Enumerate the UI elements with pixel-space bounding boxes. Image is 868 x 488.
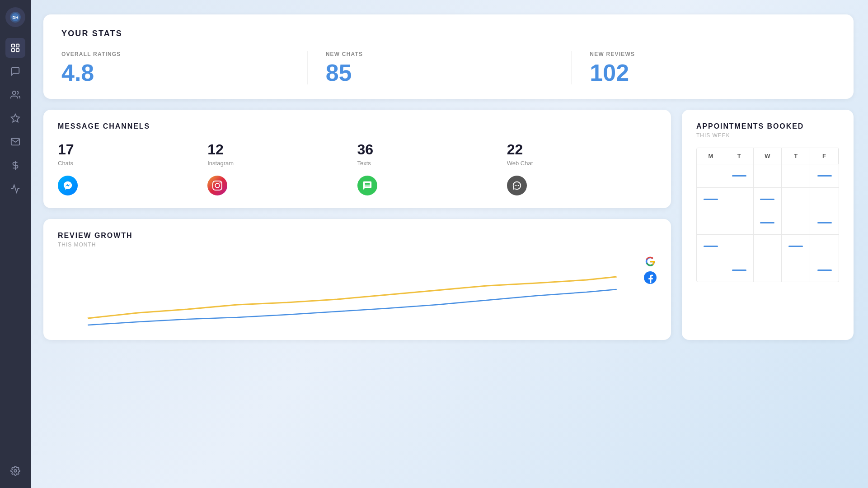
appointment-line <box>704 199 718 200</box>
channel-stat-instagram: 12 Instagram <box>207 141 357 167</box>
cal-header-T-1: T <box>725 148 754 164</box>
sidebar-item-settings[interactable] <box>5 461 25 481</box>
svg-rect-6 <box>16 49 19 51</box>
legend-facebook <box>644 271 657 284</box>
sidebar-logo[interactable]: DH <box>5 7 25 27</box>
appointment-line <box>760 199 774 200</box>
review-growth-subtitle: THIS MONTH <box>58 242 657 248</box>
channel-num-texts: 36 <box>357 141 507 158</box>
cal-cell-1-0 <box>697 188 725 211</box>
channel-num-webchat: 22 <box>507 141 657 158</box>
cal-header-M-0: M <box>697 148 725 164</box>
cal-header-W-2: W <box>754 148 782 164</box>
cal-cell-0-4 <box>810 164 839 188</box>
cal-cell-2-0 <box>697 211 725 235</box>
instagram-icon <box>207 176 227 195</box>
cal-cell-0-2 <box>754 164 782 188</box>
svg-point-10 <box>14 469 17 472</box>
sidebar-item-chat[interactable] <box>5 61 25 81</box>
calendar-grid: MTWTF <box>696 148 839 282</box>
cal-cell-1-3 <box>782 188 810 211</box>
channel-icon-webchat-wrap <box>507 176 657 195</box>
svg-rect-3 <box>12 44 14 47</box>
stat-chats-label: NEW CHATS <box>326 51 572 57</box>
appointments-card: APPOINTMENTS BOOKED THIS WEEK MTWTF <box>682 110 854 340</box>
texts-icon <box>357 176 377 195</box>
messenger-icon <box>58 176 78 195</box>
review-chart <box>58 255 657 327</box>
appointment-line <box>817 175 832 177</box>
stats-card: YOUR STATS OVERALL RATINGS 4.8 NEW CHATS… <box>43 14 854 99</box>
channel-stats: 17 Chats 12 Instagram 36 Texts <box>58 141 657 167</box>
channels-card: MESSAGE CHANNELS 17 Chats 12 Instagram 3… <box>43 110 671 208</box>
bottom-row: MESSAGE CHANNELS 17 Chats 12 Instagram 3… <box>43 110 854 340</box>
review-growth-title: REVIEW GROWTH <box>58 232 657 240</box>
stat-new-reviews: NEW REVIEWS 102 <box>571 51 835 84</box>
channel-stat-texts: 36 Texts <box>357 141 507 167</box>
appointment-line <box>732 175 746 177</box>
channel-icon-instagram-wrap <box>207 176 357 195</box>
svg-point-7 <box>13 91 16 94</box>
channel-name-instagram: Instagram <box>207 160 357 167</box>
cal-cell-1-1 <box>725 188 754 211</box>
channel-icon-messenger-wrap <box>58 176 207 195</box>
left-section: MESSAGE CHANNELS 17 Chats 12 Instagram 3… <box>43 110 671 340</box>
sidebar-item-reviews[interactable] <box>5 108 25 128</box>
channel-icon-texts-wrap <box>357 176 507 195</box>
cal-cell-1-4 <box>810 188 839 211</box>
webchat-icon <box>507 176 527 195</box>
cal-cell-2-3 <box>782 211 810 235</box>
sidebar-item-analytics[interactable] <box>5 179 25 199</box>
cal-cell-0-1 <box>725 164 754 188</box>
channel-name-chats: Chats <box>58 160 207 167</box>
svg-rect-5 <box>12 49 14 51</box>
stat-new-chats: NEW CHATS 85 <box>307 51 572 84</box>
appointments-subtitle: THIS WEEK <box>696 132 839 139</box>
channel-icons <box>58 176 657 195</box>
cal-cell-3-2 <box>754 235 782 258</box>
appointments-title: APPOINTMENTS BOOKED <box>696 122 839 130</box>
sidebar-item-mail[interactable] <box>5 132 25 152</box>
channel-name-webchat: Web Chat <box>507 160 657 167</box>
cal-cell-3-3 <box>782 235 810 258</box>
cal-cell-2-1 <box>725 211 754 235</box>
svg-marker-8 <box>11 114 19 122</box>
svg-rect-4 <box>16 44 19 47</box>
appointment-line <box>732 270 746 271</box>
appointment-line <box>817 270 832 271</box>
cal-header-T-3: T <box>782 148 810 164</box>
channel-num-instagram: 12 <box>207 141 357 158</box>
appointment-line <box>760 222 774 223</box>
svg-text:DH: DH <box>13 15 19 20</box>
sidebar-item-dashboard[interactable] <box>5 38 25 58</box>
cal-cell-1-2 <box>754 188 782 211</box>
cal-cell-4-0 <box>697 258 725 282</box>
appointment-line <box>788 246 803 247</box>
stat-reviews-value: 102 <box>590 61 835 84</box>
sidebar-item-billing[interactable] <box>5 155 25 175</box>
channels-title: MESSAGE CHANNELS <box>58 122 657 130</box>
sidebar-item-contacts[interactable] <box>5 85 25 105</box>
cal-cell-3-0 <box>697 235 725 258</box>
cal-cell-2-4 <box>810 211 839 235</box>
cal-cell-4-1 <box>725 258 754 282</box>
stat-chats-value: 85 <box>326 61 572 84</box>
cal-cell-0-3 <box>782 164 810 188</box>
cal-cell-4-4 <box>810 258 839 282</box>
cal-header-F-4: F <box>810 148 839 164</box>
cal-cell-4-3 <box>782 258 810 282</box>
appointment-line <box>817 222 832 223</box>
main-content: YOUR STATS OVERALL RATINGS 4.8 NEW CHATS… <box>31 0 868 488</box>
cal-cell-4-2 <box>754 258 782 282</box>
chart-legend <box>644 255 657 284</box>
legend-google <box>644 255 657 268</box>
cal-cell-0-0 <box>697 164 725 188</box>
review-chart-svg <box>58 255 657 327</box>
review-growth-card: REVIEW GROWTH THIS MONTH <box>43 219 671 340</box>
stat-overall-label: OVERALL RATINGS <box>61 51 307 57</box>
cal-cell-3-4 <box>810 235 839 258</box>
channel-name-texts: Texts <box>357 160 507 167</box>
stat-overall-value: 4.8 <box>61 61 307 84</box>
appointment-line <box>704 246 718 247</box>
stat-reviews-label: NEW REVIEWS <box>590 51 835 57</box>
